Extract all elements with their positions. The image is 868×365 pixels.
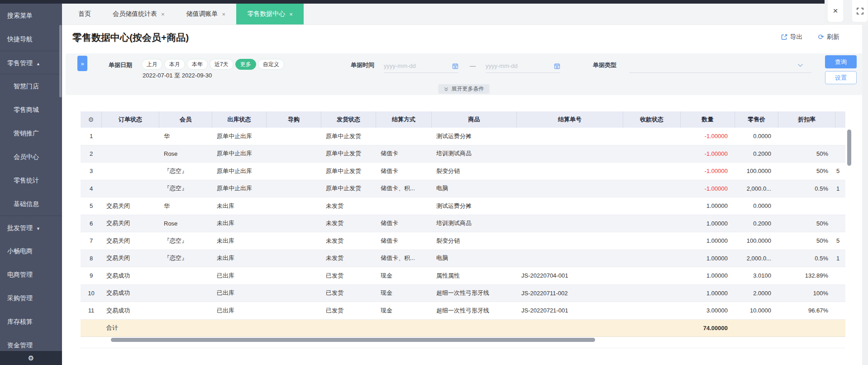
refresh-icon: ⟳ [818, 34, 824, 41]
col-outbound-status[interactable]: 出库状态 [212, 111, 267, 128]
sidebar-item[interactable]: 小畅电商 [0, 239, 62, 263]
sidebar-item[interactable]: 零售统计 [0, 168, 62, 192]
tab[interactable]: 储值调账单× [176, 4, 237, 24]
cell: 5 [835, 163, 845, 180]
col-product[interactable]: 商品 [432, 111, 517, 128]
col-member[interactable]: 会员 [159, 111, 212, 128]
cell [623, 128, 681, 145]
tab[interactable]: 零售数据中心× [236, 4, 304, 24]
col-settle-no[interactable]: 结算单号 [517, 111, 623, 128]
table-row[interactable]: 11交易成功已出库已发货现金超细一次性弓形牙线JS-20220721-0013.… [81, 302, 845, 320]
cell: 1 [81, 128, 102, 145]
table-row[interactable]: 6交易关闭Rose未出库未发货储值卡培训测试商品1.000000.200050% [81, 215, 845, 233]
cell: 1.00000 [681, 232, 735, 250]
close-tab-icon[interactable]: × [289, 11, 293, 18]
sidebar-item[interactable]: 智慧门店 [0, 74, 62, 98]
tab[interactable]: 首页 [67, 4, 102, 24]
table-row[interactable]: 3『恋空』原单中止出库原单中止发货储值卡裂变分销-1.00000100.0000… [81, 163, 845, 180]
cell [267, 232, 321, 250]
vertical-scrollbar[interactable] [847, 130, 851, 166]
table-row[interactable]: 7交易关闭『恋空』未出库未发货储值卡裂变分销1.00000100.000050%… [81, 232, 845, 250]
col-quantity[interactable]: 数量 [681, 111, 735, 128]
app-window: × 搜索菜单快捷导航零售管理▲智慧门店零售商城营销推广会员中心零售统计基础信息批… [0, 0, 868, 365]
table-row[interactable]: 8交易关闭『恋空』未出库未发货储值卡、积...电脑1.000002,000.0.… [81, 250, 845, 268]
col-settle-method[interactable]: 结算方式 [376, 111, 432, 128]
col-payment-status[interactable]: 收款状态 [623, 111, 681, 128]
range-last-month[interactable]: 上月 [142, 59, 162, 70]
sidebar-item[interactable]: 会员中心 [0, 145, 62, 168]
sidebar-item[interactable]: 营销推广 [0, 121, 62, 145]
cell: 1 [835, 250, 845, 267]
close-tab-icon[interactable]: × [161, 11, 165, 18]
filter-panel: » 单据日期 上月 本月 本年 近7天 更多 自定义 2022-07-01 至 … [66, 53, 862, 95]
cell: -1.00000 [681, 128, 735, 145]
col-guide[interactable]: 导购 [267, 111, 321, 128]
total-row: 合计 74.00000 [81, 320, 845, 337]
cell: 培训测试商品 [432, 145, 517, 163]
tab[interactable]: 会员储值统计表× [102, 4, 176, 24]
table-row[interactable]: 1华原单中止出库原单中止发货测试运费分摊-1.000000.0000 [81, 128, 845, 145]
cell: Rose [159, 145, 212, 163]
range-last-7-days[interactable]: 近7天 [210, 59, 234, 70]
cell: 0.2000 [735, 145, 778, 163]
table-row[interactable]: 10交易成功已出库已发货现金超细一次性弓形牙线JS-20220711-0021.… [81, 285, 845, 303]
cell: 1 [835, 180, 845, 197]
cell [778, 128, 835, 145]
cell: 132.89% [778, 267, 835, 284]
cell: 0.5% [778, 250, 835, 267]
range-more[interactable]: 更多 [235, 59, 256, 70]
cell: 交易关闭 [102, 250, 159, 267]
table-row[interactable]: 2Rose原单中止出库原单中止发货储值卡培训测试商品-1.000000.2000… [81, 145, 845, 163]
cell: 9 [81, 267, 102, 284]
fullscreen-icon[interactable] [852, 0, 868, 22]
expand-more-conditions[interactable]: 展开更多条件 [439, 84, 490, 94]
sidebar-item[interactable]: 基础信息 [0, 192, 62, 216]
query-button[interactable]: 查询 [825, 55, 857, 68]
export-button[interactable]: 导出 [781, 33, 803, 41]
cell [623, 163, 681, 180]
doc-date-label: 单据日期 [109, 61, 132, 69]
col-retail-price[interactable]: 零售价 [735, 111, 778, 128]
sidebar-item[interactable]: 搜索菜单 [0, 4, 62, 27]
col-discount-rate[interactable]: 折扣率 [778, 111, 835, 128]
range-custom[interactable]: 自定义 [258, 59, 284, 70]
calendar-icon[interactable] [452, 63, 458, 69]
horizontal-scrollbar[interactable] [111, 338, 595, 342]
settings-button[interactable]: 设置 [825, 71, 857, 84]
sidebar-item[interactable]: 零售管理▲ [0, 51, 62, 74]
table-row[interactable]: 4『恋空』原单中止出库原单中止发货储值卡、积...电脑-1.000002,000… [81, 180, 845, 198]
sidebar-item[interactable]: 电商管理 [0, 263, 62, 286]
cell [267, 145, 321, 163]
chevron-down-icon [797, 63, 803, 67]
sidebar-item[interactable]: 采购管理 [0, 286, 62, 310]
calendar-icon[interactable] [554, 63, 560, 69]
sidebar-item[interactable]: 批发管理▼ [0, 216, 62, 239]
range-this-month[interactable]: 本月 [164, 59, 185, 70]
sidebar-scrollbar[interactable] [59, 25, 62, 97]
table-row[interactable]: 9交易成功已出库已发货现金属性属性JS-20220704-0011.000003… [81, 267, 845, 285]
table-row[interactable]: 5交易关闭华未出库未发货测试运费分摊1.000000.0000 [81, 197, 845, 215]
cell: 100% [778, 285, 835, 302]
col-ship-status[interactable]: 发货状态 [321, 111, 376, 128]
doc-time-start-input[interactable] [384, 62, 438, 69]
collapse-filters-button[interactable]: » [77, 56, 87, 71]
sidebar-item[interactable]: 资金管理 [0, 333, 62, 351]
gear-icon[interactable]: ⚙ [28, 354, 34, 362]
close-tab-icon[interactable]: × [222, 11, 226, 18]
col-order-status[interactable]: 订单状态 [102, 111, 159, 128]
sidebar-item[interactable]: 库存核算 [0, 310, 62, 333]
doc-type-select[interactable] [629, 59, 811, 73]
cell: 交易成功 [102, 302, 159, 319]
close-icon[interactable]: × [828, 0, 843, 22]
refresh-button[interactable]: ⟳ 刷新 [818, 33, 839, 41]
column-settings-gear-icon[interactable]: ⚙ [81, 111, 102, 128]
page-gutter [862, 25, 868, 365]
cell: 储值卡、积... [376, 180, 432, 197]
sidebar-item[interactable]: 快捷导航 [0, 27, 62, 51]
sidebar-item-label: 搜索菜单 [7, 12, 33, 19]
cell: 华 [159, 128, 212, 145]
cell [376, 197, 432, 215]
range-this-year[interactable]: 本年 [187, 59, 208, 70]
doc-time-end-input[interactable] [486, 62, 540, 69]
sidebar-item[interactable]: 零售商城 [0, 98, 62, 121]
